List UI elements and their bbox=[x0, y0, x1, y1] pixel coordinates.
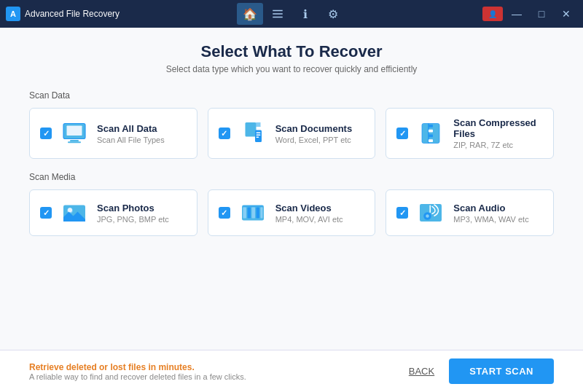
app-title: Advanced File Recovery bbox=[25, 9, 120, 19]
scan-photos-title: Scan Photos bbox=[97, 203, 187, 213]
page-subtitle: Select data type which you want to recov… bbox=[29, 64, 554, 74]
scan-compressed-checkbox[interactable] bbox=[396, 128, 408, 139]
svg-rect-1 bbox=[273, 13, 283, 15]
nav-home-button[interactable]: 🏠 bbox=[237, 3, 263, 25]
scan-videos-desc: MP4, MOV, AVI etc bbox=[275, 215, 365, 224]
close-button[interactable]: ✕ bbox=[555, 5, 577, 23]
maximize-button[interactable]: □ bbox=[531, 5, 552, 23]
scan-data-label: Scan Data bbox=[29, 90, 554, 101]
svg-rect-4 bbox=[67, 126, 82, 136]
scan-all-data-text: Scan All Data Scan All File Types bbox=[97, 123, 187, 144]
scan-photos-checkbox[interactable] bbox=[40, 207, 52, 219]
scan-videos-card[interactable]: Scan Videos MP4, MOV, AVI etc bbox=[208, 189, 376, 236]
footer-text-area: Retrieve deleted or lost files in minute… bbox=[29, 362, 409, 381]
title-bar-nav: 🏠 ℹ ⚙ bbox=[196, 3, 386, 25]
scan-documents-title: Scan Documents bbox=[275, 123, 365, 134]
scan-data-cards: Scan All Data Scan All File Types bbox=[29, 108, 554, 159]
app-icon: A bbox=[6, 7, 20, 21]
svg-rect-0 bbox=[273, 10, 283, 12]
compressed-icon bbox=[417, 119, 445, 147]
scan-audio-card[interactable]: Scan Audio MP3, WMA, WAV etc bbox=[386, 189, 554, 236]
svg-rect-24 bbox=[251, 208, 255, 219]
svg-rect-7 bbox=[245, 122, 256, 137]
nav-info-button[interactable]: ℹ bbox=[292, 3, 318, 25]
scan-data-section: Scan Data Scan All Data Scan All File Ty… bbox=[29, 90, 554, 172]
scan-audio-title: Scan Audio bbox=[453, 203, 543, 213]
scan-media-section: Scan Media Scan Photos JPG, PNG, BMP etc bbox=[29, 172, 554, 249]
svg-rect-26 bbox=[260, 208, 262, 219]
svg-point-29 bbox=[426, 214, 430, 218]
scan-audio-text: Scan Audio MP3, WMA, WAV etc bbox=[453, 203, 543, 224]
photo-icon bbox=[60, 199, 88, 227]
svg-rect-5 bbox=[70, 140, 79, 141]
scan-media-cards: Scan Photos JPG, PNG, BMP etc bbox=[29, 189, 554, 236]
svg-rect-17 bbox=[429, 139, 433, 142]
svg-rect-22 bbox=[243, 208, 246, 219]
svg-rect-10 bbox=[256, 133, 260, 134]
main-content: Select What To Recover Select data type … bbox=[0, 28, 583, 350]
svg-rect-23 bbox=[247, 208, 251, 219]
title-bar-right: 👤 — □ ✕ bbox=[387, 5, 577, 23]
scan-documents-text: Scan Documents Word, Excel, PPT etc bbox=[275, 123, 365, 144]
start-scan-button[interactable]: START SCAN bbox=[449, 358, 554, 384]
monitor-icon bbox=[60, 119, 88, 147]
scan-all-data-checkbox[interactable] bbox=[40, 128, 52, 139]
scan-compressed-card[interactable]: Scan Compressed Files ZIP, RAR, 7Z etc bbox=[386, 108, 554, 159]
svg-rect-14 bbox=[429, 125, 433, 128]
nav-list-button[interactable] bbox=[265, 3, 291, 25]
svg-rect-12 bbox=[256, 137, 259, 138]
scan-documents-card[interactable]: Scan Documents Word, Excel, PPT etc bbox=[208, 108, 376, 159]
scan-photos-text: Scan Photos JPG, PNG, BMP etc bbox=[97, 203, 187, 224]
minimize-button[interactable]: — bbox=[506, 5, 528, 23]
svg-rect-8 bbox=[256, 122, 260, 127]
scan-videos-checkbox[interactable] bbox=[219, 207, 230, 219]
scan-audio-desc: MP3, WMA, WAV etc bbox=[453, 215, 543, 224]
footer-warning: Retrieve deleted or lost files in minute… bbox=[29, 362, 409, 372]
title-bar: A Advanced File Recovery 🏠 ℹ ⚙ 👤 — □ ✕ bbox=[0, 0, 583, 28]
scan-all-data-card[interactable]: Scan All Data Scan All File Types bbox=[29, 108, 197, 159]
footer: Retrieve deleted or lost files in minute… bbox=[0, 350, 583, 392]
svg-rect-2 bbox=[273, 17, 283, 18]
svg-rect-9 bbox=[255, 130, 262, 143]
user-icon: 👤 bbox=[482, 7, 503, 21]
scan-videos-text: Scan Videos MP4, MOV, AVI etc bbox=[275, 203, 365, 224]
scan-media-label: Scan Media bbox=[29, 172, 554, 182]
audio-icon bbox=[417, 199, 445, 227]
scan-photos-desc: JPG, PNG, BMP etc bbox=[97, 215, 187, 224]
svg-rect-16 bbox=[429, 135, 433, 138]
svg-rect-11 bbox=[256, 135, 260, 136]
footer-sub: A reliable way to find and recover delet… bbox=[29, 372, 409, 381]
scan-all-data-title: Scan All Data bbox=[97, 123, 187, 134]
video-icon bbox=[239, 199, 267, 227]
scan-compressed-text: Scan Compressed Files ZIP, RAR, 7Z etc bbox=[453, 117, 543, 149]
scan-compressed-desc: ZIP, RAR, 7Z etc bbox=[453, 141, 543, 149]
scan-photos-card[interactable]: Scan Photos JPG, PNG, BMP etc bbox=[29, 189, 197, 236]
scan-documents-desc: Word, Excel, PPT etc bbox=[275, 136, 365, 144]
scan-audio-checkbox[interactable] bbox=[396, 207, 408, 219]
svg-point-20 bbox=[68, 208, 72, 212]
scan-videos-title: Scan Videos bbox=[275, 203, 365, 213]
title-bar-left: A Advanced File Recovery bbox=[6, 7, 196, 21]
scan-compressed-title: Scan Compressed Files bbox=[453, 117, 543, 139]
scan-all-data-desc: Scan All File Types bbox=[97, 136, 187, 144]
footer-buttons: BACK START SCAN bbox=[409, 358, 554, 384]
page-title: Select What To Recover bbox=[29, 42, 554, 61]
scan-documents-checkbox[interactable] bbox=[219, 128, 230, 139]
document-icon bbox=[239, 119, 267, 147]
svg-rect-30 bbox=[430, 205, 431, 213]
svg-rect-25 bbox=[256, 208, 259, 219]
back-button[interactable]: BACK bbox=[409, 366, 434, 377]
svg-rect-15 bbox=[429, 130, 433, 133]
nav-settings-button[interactable]: ⚙ bbox=[320, 3, 346, 25]
svg-rect-6 bbox=[68, 141, 81, 143]
